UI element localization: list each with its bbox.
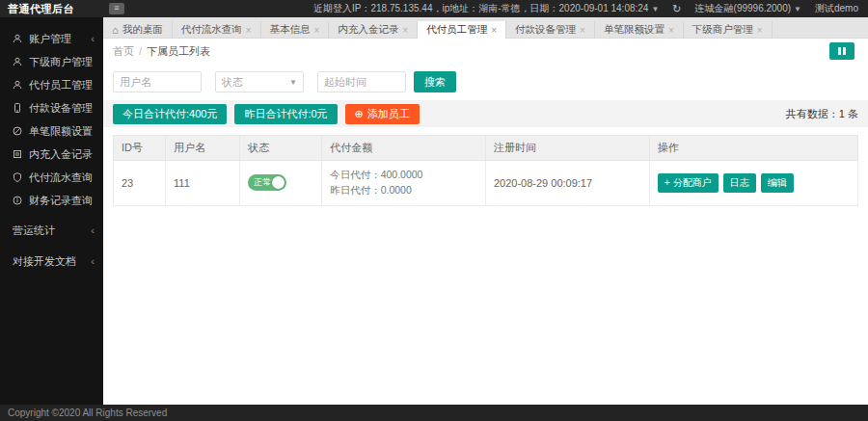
panel-toggle-button[interactable] <box>829 42 854 60</box>
tab-basic-info[interactable]: 基本信息× <box>261 21 330 39</box>
sidebar-menu: 账户管理‹下级商户管理代付员工管理付款设备管理单笔限额设置内充入金记录代付流水查… <box>0 27 103 274</box>
sidebar-item-label: 营运统计 <box>13 224 91 238</box>
column-header: 状态 <box>240 136 322 161</box>
tab-label: 代付员工管理 <box>426 23 487 37</box>
summary-toolbar: 今日合计代付:400元 昨日合计代付:0元 ⊕ 添加员工 共有数据：1 条 <box>103 100 868 127</box>
tab-sub-merchants[interactable]: 下级商户管理× <box>684 21 773 39</box>
caret-down-icon: ▼ <box>794 5 801 13</box>
sidebar-item-pay-devices[interactable]: 付款设备管理 <box>0 96 103 119</box>
close-icon[interactable]: × <box>491 25 497 36</box>
tab-label: 我的桌面 <box>122 23 163 37</box>
status-select[interactable]: 状态 ▼ <box>215 71 304 92</box>
search-button[interactable]: 搜索 <box>414 71 456 92</box>
status-select-value: 状态 <box>222 75 243 90</box>
action-label: 分配商户 <box>673 176 712 190</box>
action-label: 日志 <box>730 176 749 190</box>
tab-label: 下级商户管理 <box>692 23 753 37</box>
sidebar-item-dev-docs[interactable]: 对接开发文档‹ <box>0 249 103 274</box>
cell-reg-time: 2020-08-29 00:09:17 <box>485 161 649 206</box>
add-employee-label: 添加员工 <box>367 107 410 121</box>
sidebar-item-account-mgmt[interactable]: 账户管理‹ <box>0 27 103 50</box>
sidebar-item-recharge-record[interactable]: 内充入金记录 <box>0 143 103 166</box>
username-input[interactable] <box>113 71 202 92</box>
close-icon[interactable]: × <box>580 25 585 36</box>
start-time-input[interactable] <box>317 71 406 92</box>
shield-icon <box>13 172 22 182</box>
filter-bar: 状态 ▼ 搜索 <box>103 64 868 92</box>
plus-circle-icon: ⊕ <box>355 108 364 120</box>
employee-table: ID号用户名状态代付金额注册时间操作 23111 正常 今日代付：400.000… <box>113 135 858 206</box>
column-header: ID号 <box>114 136 166 161</box>
caret-down-icon: ▼ <box>651 5 659 13</box>
yesterday-total-button[interactable]: 昨日合计代付:0元 <box>234 104 337 124</box>
breadcrumb-home-link[interactable]: 首页 <box>113 44 134 59</box>
breadcrumb-current: 下属员工列表 <box>147 44 210 59</box>
sidebar-item-label: 代付流水查询 <box>29 171 103 185</box>
log-button[interactable]: 日志 <box>723 173 756 193</box>
close-icon[interactable]: × <box>314 25 320 36</box>
tab-label: 基本信息 <box>270 23 311 37</box>
pause-bars-icon <box>838 47 841 55</box>
tab-pay-devices[interactable]: 付款设备管理× <box>506 21 595 39</box>
cell-actions: +分配商户日志编辑 <box>649 161 857 206</box>
org-dropdown[interactable]: 连城金融(99996.2000) ▼ <box>695 2 801 15</box>
ban-icon <box>13 126 22 136</box>
tab-label: 付款设备管理 <box>515 23 576 37</box>
close-icon[interactable]: × <box>246 25 252 36</box>
breadcrumb: 首页 / 下属员工列表 <box>103 39 868 64</box>
info-icon <box>13 196 22 205</box>
sidebar-item-label: 账户管理 <box>29 32 91 46</box>
action-label: 编辑 <box>768 176 787 190</box>
cell-username: 111 <box>166 161 240 206</box>
plus-icon: + <box>665 177 670 188</box>
device-icon <box>13 103 22 113</box>
app-title: 普通代理后台 <box>0 2 103 16</box>
sidebar-item-label: 下级商户管理 <box>29 55 103 69</box>
sidebar-item-pay-flow-query[interactable]: 代付流水查询 <box>0 166 103 189</box>
close-icon[interactable]: × <box>668 25 674 36</box>
close-icon[interactable]: × <box>402 25 408 36</box>
column-header: 操作 <box>649 136 857 161</box>
sidebar-item-label: 内充入金记录 <box>29 147 103 162</box>
sidebar-item-finance-record[interactable]: 财务记录查询 <box>0 189 103 212</box>
login-info-text: 近期登入IP：218.75.135.44，ip地址：湖南-常德，日期：2020-… <box>313 2 648 15</box>
sidebar: 账户管理‹下级商户管理代付员工管理付款设备管理单笔限额设置内充入金记录代付流水查… <box>0 17 103 405</box>
chevron-left-icon: ‹ <box>91 224 95 236</box>
table-row: 23111 正常 今日代付：400.0000昨日代付：0.00002020-08… <box>114 161 858 206</box>
sidebar-item-single-limit[interactable]: 单笔限额设置 <box>0 119 103 143</box>
add-employee-button[interactable]: ⊕ 添加员工 <box>345 104 420 124</box>
tab-recharge[interactable]: 内充入金记录× <box>329 21 418 39</box>
footer: Copyright ©2020 All Rights Reserved <box>0 405 868 421</box>
tab-single-limit[interactable]: 单笔限额设置× <box>595 21 684 39</box>
close-icon[interactable]: × <box>757 25 763 36</box>
caret-down-icon: ▼ <box>289 78 297 87</box>
tab-pay-flow[interactable]: 代付流水查询× <box>173 21 261 39</box>
tab-desktop[interactable]: ⌂我的桌面 <box>103 21 173 39</box>
current-user[interactable]: 测试demo <box>815 2 858 15</box>
doc-icon <box>13 149 22 159</box>
edit-button[interactable]: 编辑 <box>761 173 794 193</box>
refresh-icon[interactable]: ↻ <box>672 3 681 15</box>
tab-pay-employees[interactable]: 代付员工管理× <box>418 21 506 39</box>
login-info-dropdown[interactable]: 近期登入IP：218.75.135.44，ip地址：湖南-常德，日期：2020-… <box>313 2 659 15</box>
cell-amount: 今日代付：400.0000昨日代付：0.0000 <box>322 161 486 206</box>
user-icon <box>13 34 22 43</box>
tab-label: 内充入金记录 <box>338 23 398 37</box>
sidebar-item-sub-merchants[interactable]: 下级商户管理 <box>0 50 103 73</box>
chevron-left-icon: ‹ <box>91 33 95 44</box>
breadcrumb-separator: / <box>139 45 142 57</box>
sidebar-item-operation-stats[interactable]: 营运统计‹ <box>0 218 103 243</box>
pause-bars-icon <box>843 47 846 55</box>
tab-label: 单笔限额设置 <box>604 23 665 37</box>
copyright-text: Copyright ©2020 All Rights Reserved <box>8 408 167 418</box>
total-count-text: 共有数据：1 条 <box>786 107 858 121</box>
user-icon <box>13 80 22 90</box>
today-total-button[interactable]: 今日合计代付:400元 <box>113 104 227 124</box>
sidebar-item-label: 付款设备管理 <box>29 101 103 116</box>
status-toggle[interactable]: 正常 <box>248 174 286 191</box>
tab-label: 代付流水查询 <box>181 23 242 37</box>
assign-merchant-button[interactable]: +分配商户 <box>658 173 719 193</box>
sidebar-item-pay-employees[interactable]: 代付员工管理 <box>0 73 103 96</box>
org-name: 连城金融(99996.2000) <box>695 2 792 15</box>
hamburger-icon[interactable]: ≡ <box>109 3 124 14</box>
